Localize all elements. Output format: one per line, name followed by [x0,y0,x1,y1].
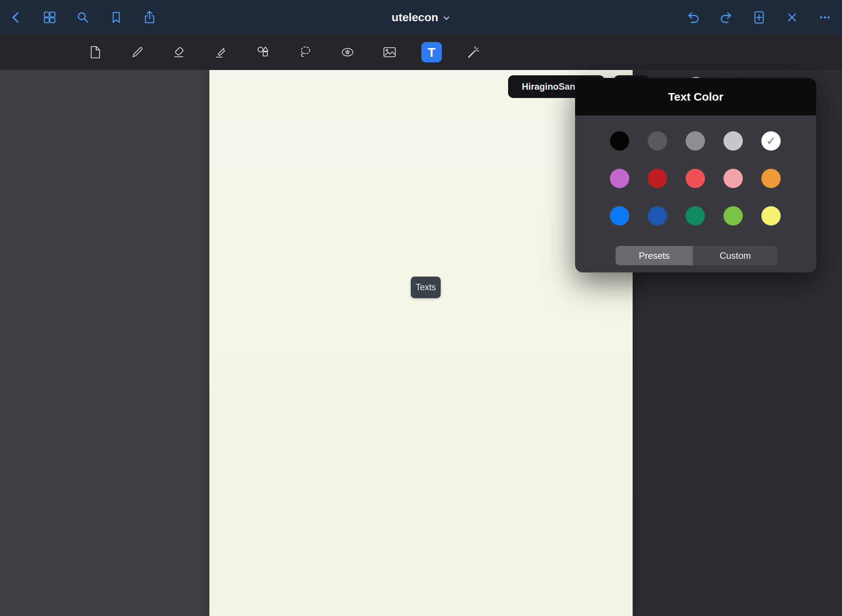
color-swatch-grid: ✓ [610,131,781,226]
share-icon [142,10,157,25]
topbar-right-group [686,0,833,34]
highlighter-icon [213,44,230,61]
color-swatch-light-green[interactable] [723,206,743,226]
popover-title: Text Color [668,90,723,103]
color-swatch-dark-gray[interactable] [648,131,667,151]
checkmark-icon: ✓ [761,131,781,151]
back-button[interactable] [9,10,24,25]
presets-tab[interactable]: Presets [616,246,693,265]
tools-toolbar: T HiraginoSans-... 16 [0,34,842,70]
texts-object[interactable]: Texts [411,277,441,298]
eraser-tool[interactable] [169,42,190,62]
pen-icon [129,44,146,61]
close-button[interactable] [784,10,800,25]
image-tool[interactable] [379,42,400,62]
color-swatch-yellow[interactable] [761,206,781,226]
color-swatch-red[interactable] [686,169,705,188]
sticker-star-icon [339,44,356,61]
color-swatch-black[interactable] [610,131,629,151]
highlighter-tool[interactable] [211,42,232,62]
color-swatch-green[interactable] [686,206,705,226]
top-navigation-bar: utelecon [0,0,842,34]
bookmark-button[interactable] [109,10,124,25]
presets-custom-segmented-control: Presets Custom [616,246,778,265]
search-icon [75,10,90,25]
color-swatch-orchid[interactable] [610,169,629,188]
document-title-button[interactable]: utelecon [391,0,450,34]
color-swatch-gray[interactable] [686,131,705,151]
pen-tool[interactable] [127,42,148,62]
popover-header: Text Color [575,78,816,115]
topbar-left-group [9,0,157,34]
text-tool[interactable]: T [421,42,442,62]
shapes-icon [255,44,272,61]
color-swatch-light-gray[interactable] [723,131,743,151]
color-swatch-dark-red[interactable] [648,169,667,188]
color-swatch-dark-blue[interactable] [648,206,667,226]
redo-button[interactable] [719,10,734,25]
tool-group: T [85,34,484,70]
add-page-icon [752,10,767,25]
custom-tab[interactable]: Custom [693,246,778,265]
shapes-tool[interactable] [253,42,274,62]
bookmark-icon [109,10,124,25]
undo-button[interactable] [686,10,701,25]
page-thumbnails-button[interactable] [42,10,57,25]
search-button[interactable] [75,10,90,25]
color-swatch-pink[interactable] [723,169,743,188]
share-button[interactable] [142,10,157,25]
text-tool-icon: T [428,45,436,60]
color-swatch-blue[interactable] [610,206,629,226]
popover-body: ✓ Presets Custom [575,115,816,272]
undo-icon [686,10,701,25]
color-swatch-orange[interactable] [761,169,781,188]
chevron-down-icon [443,14,451,22]
redo-icon [719,10,734,25]
app-window: Texts [0,0,842,616]
document-view-icon [87,44,104,61]
elements-tool[interactable] [337,42,358,62]
text-color-popover: Text Color ✓ Presets Custom [575,78,816,272]
view-mode-tool[interactable] [85,42,106,62]
close-icon [784,10,800,25]
document-title: utelecon [391,11,438,24]
laser-pointer-tool[interactable] [463,42,484,62]
add-page-button[interactable] [752,10,767,25]
lasso-tool[interactable] [295,42,316,62]
ellipsis-icon [817,10,833,25]
eraser-icon [171,44,188,61]
laser-pointer-icon [465,44,482,61]
more-button[interactable] [817,10,833,25]
note-page[interactable]: Texts [209,70,633,616]
lasso-icon [297,44,314,61]
color-swatch-white[interactable]: ✓ [761,131,781,151]
image-icon [381,44,398,61]
grid-icon [42,10,57,25]
back-chevron-icon [9,10,24,25]
